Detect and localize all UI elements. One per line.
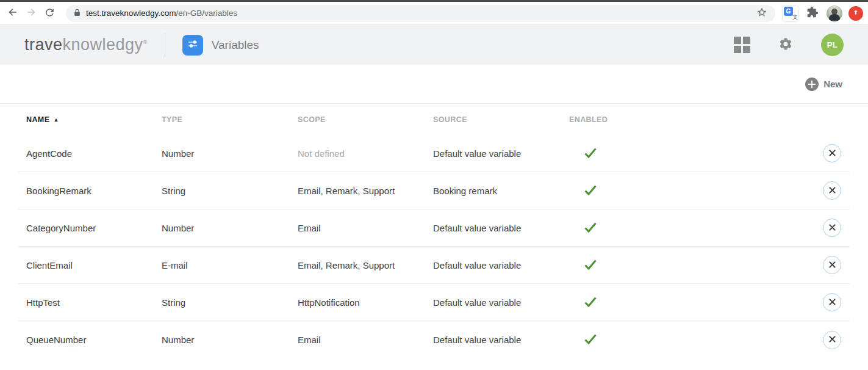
delete-button[interactable] <box>823 293 841 311</box>
header-actions: PL <box>734 34 844 56</box>
cell-name: ClientEmail <box>26 260 162 270</box>
forward-arrow-icon <box>25 6 37 20</box>
column-header-source[interactable]: SOURCE <box>433 115 569 124</box>
table-row-categorynumber[interactable]: CategoryNumber Number Email Default valu… <box>18 209 850 247</box>
column-header-enabled[interactable]: ENABLED <box>569 115 823 124</box>
plus-circle-icon <box>805 78 819 91</box>
close-icon <box>829 261 836 270</box>
url-host: test.traveknowledgy.com <box>86 9 176 18</box>
table-row-bookingremark[interactable]: BookingRemark String Email, Remark, Supp… <box>18 172 850 209</box>
user-avatar[interactable]: PL <box>821 34 844 56</box>
puzzle-piece-icon <box>806 6 819 20</box>
cell-source: Default value variable <box>433 260 569 270</box>
table-row-httptest[interactable]: HttpTest String HttpNotification Default… <box>18 284 850 321</box>
delete-button[interactable] <box>823 144 841 162</box>
toolbar-extensions: G文 <box>783 5 863 21</box>
table-row-queuenumber[interactable]: QueueNumber Number Email Default value v… <box>18 321 850 358</box>
cell-type: String <box>162 297 298 308</box>
bookmark-star-button[interactable] <box>755 6 769 21</box>
cell-enabled <box>569 220 823 236</box>
extensions-button[interactable] <box>805 5 820 21</box>
cell-name: HttpTest <box>26 297 162 308</box>
cell-type: Number <box>162 223 298 233</box>
close-icon <box>829 298 836 307</box>
app-header: traveknowledgy® Variables PL <box>0 25 868 65</box>
delete-button[interactable] <box>823 219 841 237</box>
close-icon <box>829 186 836 195</box>
browser-toolbar: test.traveknowledgy.com/en-GB/variables … <box>0 2 868 25</box>
table-row-agentcode[interactable]: AgentCode Number Not defined Default val… <box>18 135 850 172</box>
cell-enabled <box>569 145 823 162</box>
cell-scope: Email, Remark, Support <box>298 186 433 196</box>
enabled-check-icon <box>583 338 598 348</box>
cell-enabled <box>569 294 823 311</box>
registered-mark: ® <box>143 39 148 45</box>
translate-extension-icon[interactable]: G文 <box>783 5 798 21</box>
delete-button[interactable] <box>823 181 841 200</box>
page-title: Variables <box>212 38 259 52</box>
logo[interactable]: traveknowledgy® <box>24 35 148 54</box>
close-icon <box>829 335 836 344</box>
refresh-icon <box>44 7 56 20</box>
cell-name: AgentCode <box>26 148 162 159</box>
cell-name: BookingRemark <box>26 186 162 196</box>
apps-grid-button[interactable] <box>734 37 750 53</box>
lock-icon <box>73 8 81 19</box>
browser-profile-avatar[interactable] <box>827 5 842 21</box>
cell-type: String <box>162 186 298 196</box>
cell-scope: Email <box>298 335 433 345</box>
enabled-check-icon <box>583 151 598 162</box>
cell-type: Number <box>162 335 298 345</box>
browser-chrome: test.traveknowledgy.com/en-GB/variables … <box>0 0 868 25</box>
column-header-scope[interactable]: SCOPE <box>298 115 433 124</box>
close-icon <box>829 223 836 233</box>
cell-scope: HttpNotification <box>298 297 433 308</box>
cell-type: E-mail <box>162 260 298 270</box>
apps-grid-icon <box>734 37 750 53</box>
variables-app-icon <box>182 35 203 56</box>
logo-part2: knowledgy <box>63 35 143 54</box>
table-header-row: NAME▲ TYPE SCOPE SOURCE ENABLED <box>18 104 850 135</box>
cell-scope: Email, Remark, Support <box>298 260 433 270</box>
sliders-icon <box>187 38 199 53</box>
enabled-check-icon <box>583 263 598 274</box>
sort-ascending-icon: ▲ <box>53 117 59 123</box>
cell-enabled <box>569 257 823 274</box>
settings-button[interactable] <box>778 37 793 53</box>
cell-source: Default value variable <box>433 297 569 308</box>
cell-source: Default value variable <box>433 223 569 233</box>
cell-name: QueueNumber <box>26 335 162 345</box>
enabled-check-icon <box>583 226 598 236</box>
action-bar: New <box>0 65 868 104</box>
cell-name: CategoryNumber <box>26 223 162 233</box>
cell-source: Booking remark <box>433 186 569 196</box>
back-arrow-icon <box>7 6 19 20</box>
cell-source: Default value variable <box>433 335 569 345</box>
cell-enabled <box>569 183 823 199</box>
forward-button[interactable] <box>22 4 40 23</box>
cell-enabled <box>569 332 823 348</box>
logo-part1: trave <box>24 35 63 54</box>
close-icon <box>829 149 836 158</box>
gear-icon <box>778 44 793 53</box>
refresh-button[interactable] <box>40 4 59 23</box>
column-header-name[interactable]: NAME▲ <box>26 115 162 124</box>
cell-scope: Not defined <box>298 148 433 159</box>
back-button[interactable] <box>4 4 22 23</box>
up-arrow-icon <box>852 8 860 18</box>
chrome-update-button[interactable] <box>848 6 863 21</box>
url-path: /en-GB/variables <box>176 9 238 18</box>
cell-scope: Email <box>298 223 433 233</box>
column-header-type[interactable]: TYPE <box>162 115 298 124</box>
delete-button[interactable] <box>823 256 841 274</box>
variables-table: NAME▲ TYPE SCOPE SOURCE ENABLED AgentCod… <box>18 104 850 358</box>
enabled-check-icon <box>583 189 598 199</box>
delete-button[interactable] <box>823 331 841 349</box>
address-bar[interactable]: test.traveknowledgy.com/en-GB/variables <box>66 5 775 22</box>
url-text: test.traveknowledgy.com/en-GB/variables <box>86 9 755 18</box>
enabled-check-icon <box>583 300 598 311</box>
new-button[interactable]: New <box>805 78 842 91</box>
new-button-label: New <box>823 79 842 89</box>
star-icon <box>756 7 767 20</box>
table-row-clientemail[interactable]: ClientEmail E-mail Email, Remark, Suppor… <box>18 247 850 284</box>
